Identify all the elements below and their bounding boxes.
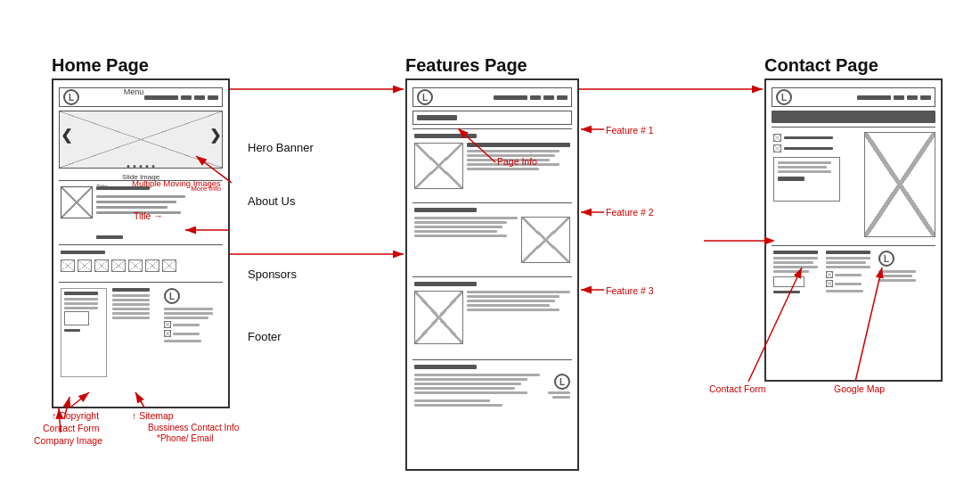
contact-logo: L [776, 89, 792, 105]
feature3-label: Feature # 3 [606, 285, 654, 296]
page-info-label: Page Info [497, 156, 537, 167]
footer-label: Footer [248, 330, 282, 343]
business-contact-label: Bussiness Contact Info [148, 423, 239, 432]
contact-form-label: Contact Form [709, 383, 766, 394]
slider-dots [127, 165, 155, 168]
menu-label: Menu [98, 87, 169, 96]
copyright-label: ↑ Copyright [52, 410, 99, 421]
google-map-label: Google Map [834, 383, 885, 394]
hero-banner-label: Hero Banner [248, 141, 314, 154]
footer-logo: L [164, 288, 180, 304]
phone-email-label: *Phone/ Email [157, 433, 213, 443]
multiple-moving-label: Multiple Moving Images [132, 178, 221, 188]
slider-right-chevron[interactable]: ❯ [209, 127, 221, 144]
feature1-label: Feature # 1 [606, 125, 654, 136]
sitemap-label: ↑ Sitemap [132, 410, 174, 421]
contact-page-title: Contact Page [764, 55, 878, 76]
features-footer-logo: L [554, 374, 570, 390]
title-arrow-label: Title → [134, 210, 163, 221]
sponsors-label: Sponsors [248, 268, 297, 281]
about-us-label: About Us [248, 194, 295, 208]
home-page-title: Home Page [52, 55, 149, 76]
features-page-wireframe: L [405, 78, 579, 471]
contact-form-home-label: Contact Form [43, 423, 100, 433]
company-image-label: Company Image [34, 435, 102, 446]
title-label: Title [96, 184, 108, 190]
slider-left-chevron[interactable]: ❮ [61, 127, 72, 144]
contact-page-wireframe: L [764, 78, 943, 382]
contact-footer-logo: L [878, 251, 894, 267]
features-page-title: Features Page [405, 55, 527, 76]
feature2-label: Feature # 2 [606, 207, 654, 218]
home-logo: L [63, 89, 79, 105]
diagram-container: Home Page L Menu ❮ ❯ Slide Imag [0, 0, 980, 494]
home-page-wireframe: L Menu ❮ ❯ Slide Image [52, 78, 230, 408]
features-logo: L [417, 89, 433, 105]
